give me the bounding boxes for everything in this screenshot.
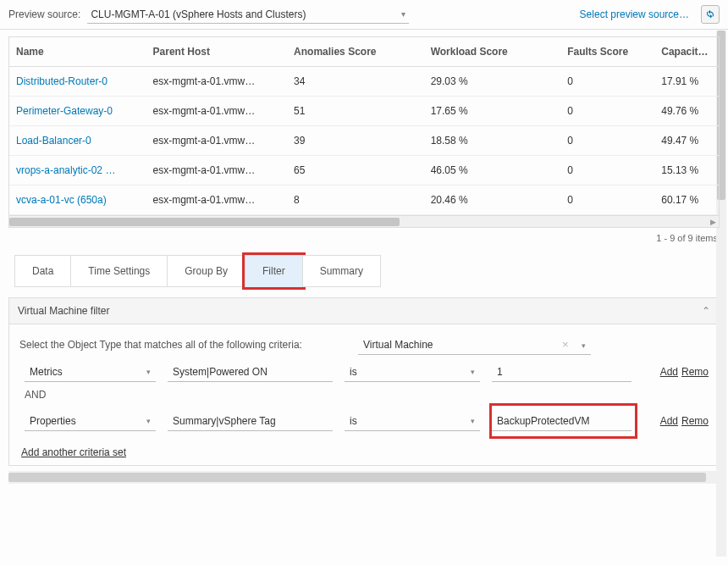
object-type-select[interactable]: Virtual Machine × ▾ — [358, 335, 591, 355]
tab-time-settings[interactable]: Time Settings — [70, 255, 168, 287]
chevron-down-icon: ▾ — [146, 417, 151, 425]
table-row[interactable]: Distributed-Router-0esx-mgmt-a-01.vmw…34… — [9, 67, 719, 97]
criteria-operator-select[interactable]: is▾ — [345, 411, 480, 431]
scroll-thumb[interactable] — [9, 218, 400, 226]
row-name-link[interactable]: vrops-a-analytic-02 … — [9, 156, 146, 186]
object-type-row: Select the Object Type that matches all … — [19, 335, 709, 355]
table-row[interactable]: Load-Balancer-0esx-mgmt-a-01.vmw…3918.58… — [9, 126, 719, 156]
row-anomalies: 39 — [287, 126, 424, 156]
column-header-name[interactable]: Name — [9, 37, 146, 67]
column-header-anomalies[interactable]: Anomalies Score — [287, 37, 424, 67]
criteria-type-select[interactable]: Properties▾ — [25, 411, 156, 431]
filter-panel: Virtual Machine filter ⌃ Select the Obje… — [8, 297, 720, 466]
bottom-scroll-thumb[interactable] — [8, 473, 706, 482]
row-anomalies: 34 — [287, 67, 424, 97]
scroll-right-arrow-icon[interactable]: ▶ — [707, 216, 719, 227]
preview-source-label: Preview source: — [8, 8, 80, 20]
data-table: Name Parent Host Anomalies Score Workloa… — [9, 37, 719, 215]
chevron-down-icon: ▾ — [401, 9, 405, 19]
row-capacity: 49.76 % — [654, 97, 719, 126]
object-type-value: Virtual Machine — [363, 339, 433, 351]
clear-object-type-icon[interactable]: × — [562, 338, 569, 351]
criteria-operator-value: is — [350, 415, 357, 427]
row-parent: esx-mgmt-a-01.vmw… — [146, 97, 288, 126]
tab-group-by[interactable]: Group By — [167, 255, 245, 287]
chevron-down-icon: ▾ — [146, 368, 151, 376]
select-preview-source-link[interactable]: Select preview source… — [580, 8, 689, 20]
criteria-operator-value: is — [350, 366, 357, 378]
chevron-down-icon: ▾ — [471, 368, 475, 376]
table-row[interactable]: vrops-a-analytic-02 …esx-mgmt-a-01.vmw…6… — [9, 156, 719, 186]
criteria-subtype-value: Summary|vSphere Tag — [173, 415, 276, 427]
row-capacity: 49.47 % — [654, 126, 719, 156]
table-row[interactable]: Perimeter-Gateway-0esx-mgmt-a-01.vmw…511… — [9, 97, 719, 126]
config-tabs: DataTime SettingsGroup ByFilterSummary — [15, 255, 720, 287]
column-header-workload[interactable]: Workload Score — [424, 37, 561, 67]
tab-data[interactable]: Data — [14, 255, 71, 287]
row-parent: esx-mgmt-a-01.vmw… — [146, 67, 288, 97]
criteria-remove-link[interactable]: Remo — [681, 366, 709, 378]
row-name-link[interactable]: Perimeter-Gateway-0 — [9, 97, 146, 126]
add-criteria-set-link[interactable]: Add another criteria set — [21, 446, 126, 458]
criteria-type-value: Properties — [30, 415, 76, 427]
row-workload: 46.05 % — [424, 156, 561, 186]
row-capacity: 17.91 % — [654, 67, 719, 97]
tab-filter[interactable]: Filter — [245, 255, 303, 287]
column-header-parent[interactable]: Parent Host — [146, 37, 288, 67]
chevron-down-icon: ▾ — [582, 341, 586, 350]
criteria-type-select[interactable]: Metrics▾ — [25, 362, 156, 382]
criteria-value: BackupProtectedVM — [497, 415, 589, 427]
criteria-operator-select[interactable]: is▾ — [345, 362, 480, 382]
row-workload: 29.03 % — [424, 67, 561, 97]
tab-summary[interactable]: Summary — [302, 255, 381, 287]
table-row[interactable]: vcva-a-01-vc (650a)esx-mgmt-a-01.vmw…820… — [9, 186, 719, 215]
row-faults: 0 — [560, 156, 654, 186]
row-faults: 0 — [560, 67, 654, 97]
criteria-value-highlight: BackupProtectedVM — [492, 406, 635, 436]
row-anomalies: 8 — [287, 186, 424, 215]
row-faults: 0 — [560, 126, 654, 156]
table-horizontal-scrollbar[interactable]: ◀ ▶ — [9, 215, 719, 227]
row-parent: esx-mgmt-a-01.vmw… — [146, 186, 288, 215]
row-anomalies: 65 — [287, 156, 424, 186]
row-faults: 0 — [560, 97, 654, 126]
criteria-value-wrap: 1 — [492, 362, 631, 382]
criteria-subtype-select[interactable]: System|Powered ON — [168, 362, 333, 382]
criteria-actions: AddRemo — [657, 415, 709, 427]
row-parent: esx-mgmt-a-01.vmw… — [146, 156, 288, 186]
filter-panel-header[interactable]: Virtual Machine filter ⌃ — [9, 298, 719, 324]
criteria-and-label: AND — [25, 389, 709, 401]
criteria-subtype-select[interactable]: Summary|vSphere Tag — [168, 411, 333, 431]
preview-source-bar: Preview source: CLU-MGMT-A-01 (vSphere H… — [0, 0, 728, 30]
column-header-capacity[interactable]: Capacity R — [654, 37, 719, 67]
row-faults: 0 — [560, 186, 654, 215]
chevron-down-icon: ▾ — [471, 417, 475, 425]
preview-source-select[interactable]: CLU-MGMT-A-01 (vSphere Hosts and Cluster… — [87, 6, 409, 24]
table-pager: 1 - 9 of 9 items — [0, 233, 718, 243]
criteria-value-input[interactable]: BackupProtectedVM — [492, 411, 631, 431]
refresh-button[interactable] — [701, 5, 720, 24]
row-anomalies: 51 — [287, 97, 424, 126]
row-name-link[interactable]: Load-Balancer-0 — [9, 126, 146, 156]
criteria-remove-link[interactable]: Remo — [681, 415, 709, 427]
row-capacity: 15.13 % — [654, 156, 719, 186]
row-workload: 18.58 % — [424, 126, 561, 156]
criteria-value-input[interactable]: 1 — [492, 362, 631, 382]
criteria-value: 1 — [497, 366, 503, 378]
criteria-row: Metrics▾System|Powered ONis▾1AddRemo — [25, 362, 709, 382]
preview-source-value: CLU-MGMT-A-01 (vSphere Hosts and Cluster… — [91, 8, 306, 20]
row-parent: esx-mgmt-a-01.vmw… — [146, 126, 288, 156]
row-name-link[interactable]: Distributed-Router-0 — [9, 67, 146, 97]
criteria-add-link[interactable]: Add — [660, 415, 678, 427]
row-name-link[interactable]: vcva-a-01-vc (650a) — [9, 186, 146, 215]
bottom-horizontal-scrollbar[interactable] — [8, 471, 720, 484]
object-type-instruction: Select the Object Type that matches all … — [19, 337, 350, 352]
criteria-subtype-value: System|Powered ON — [173, 366, 267, 378]
criteria-type-value: Metrics — [30, 366, 63, 378]
criteria-add-link[interactable]: Add — [660, 366, 678, 378]
row-workload: 17.65 % — [424, 97, 561, 126]
row-capacity: 60.17 % — [654, 186, 719, 215]
column-header-faults[interactable]: Faults Score — [560, 37, 654, 67]
data-table-container: Name Parent Host Anomalies Score Workloa… — [8, 36, 720, 228]
collapse-icon[interactable]: ⌃ — [702, 305, 710, 317]
